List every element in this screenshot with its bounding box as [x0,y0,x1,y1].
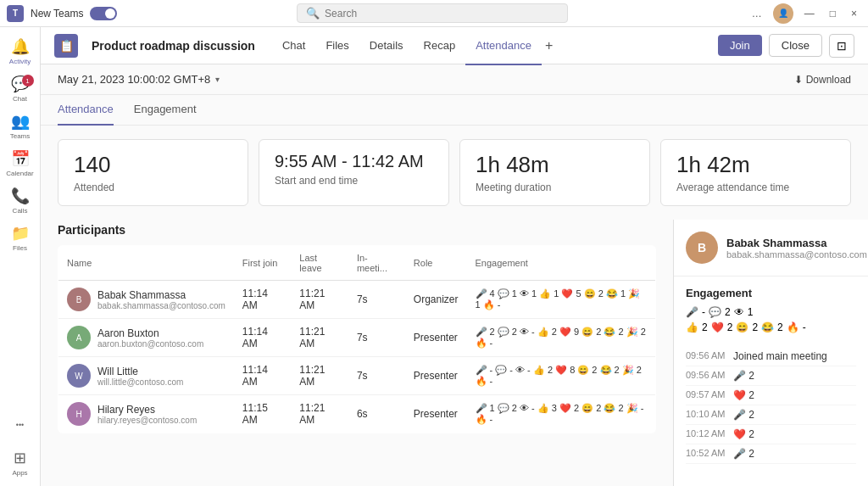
role: Presenter [405,319,467,357]
tab-engagement[interactable]: Engagement [134,95,197,126]
title-bar-left: T New Teams [7,5,117,22]
timeline-item: 09:56 AM Joined main meeting [686,347,856,366]
timeline-time: 09:56 AM [686,370,726,380]
participant-email: hilary.reyes@contoso.com [97,416,197,425]
add-tab-button[interactable]: + [542,38,556,53]
last-leave: 11:21 AM [291,281,348,319]
participants-title: Participants [58,220,656,237]
col-engagement: Engagement [467,246,656,281]
stat-avg-attendance: 1h 42m Average attendance time [660,139,851,206]
rp-info: Babak Shammassa babak.shammassa@contoso.… [726,237,867,260]
close-window-button[interactable]: × [847,6,861,21]
timeline-event: 🎤 2 [733,409,754,421]
files-icon: 📁 [11,224,30,243]
timeline-time: 09:56 AM [686,350,726,360]
role: Organizer [405,281,467,319]
last-leave: 11:21 AM [291,357,348,395]
col-name: Name [58,246,234,281]
nav-item-details[interactable]: Details [359,28,414,65]
time-range-label: Start and end time [275,175,433,187]
participants-main: Participants Name First join Last leave … [41,220,673,486]
sidebar-item-apps[interactable]: ⊞ Apps [3,445,37,479]
tab-attendance[interactable]: Attendance [58,95,114,126]
download-button[interactable]: ⬇ Download [794,74,851,86]
table-row[interactable]: A Aaron Buxton aaron.buxton@contoso.com … [58,319,656,357]
stat-attended: 140 Attended [58,139,248,206]
timeline-time: 10:52 AM [686,448,726,458]
teams-icon: 👥 [11,112,30,131]
dots-menu-button[interactable]: … [748,6,766,21]
participant-name-cell: H Hilary Reyes hilary.reyes@contoso.com [67,402,225,426]
emoji-fire: 🔥 [787,321,799,333]
maximize-button[interactable]: □ [826,6,840,21]
stat-time-range: 9:55 AM - 11:42 AM Start and end time [259,139,449,206]
new-teams-toggle[interactable] [90,7,117,20]
right-panel: B Babak Shammassa babak.shammassa@contos… [673,220,868,486]
participant-name: Babak Shammassa [97,289,225,301]
sidebar-item-teams[interactable]: 👥 Teams [3,109,37,142]
user-avatar[interactable]: 👤 [773,3,793,24]
avg-attendance-number: 1h 42m [676,152,835,178]
nav-item-files[interactable]: Files [315,28,359,65]
timeline-time: 10:12 AM [686,428,726,439]
timeline-item: 10:10 AM 🎤 2 [686,405,856,425]
participant-name: Aaron Buxton [97,327,203,339]
nav-item-chat[interactable]: Chat [272,28,315,65]
share-button[interactable]: ⊡ [829,34,854,58]
table-row[interactable]: H Hilary Reyes hilary.reyes@contoso.com … [58,395,656,433]
nav-item-recap[interactable]: Recap [414,28,466,65]
emoji-eye: 👁 [734,306,744,318]
content-area: 📋 Product roadmap discussion Chat Files … [41,27,868,486]
meeting-nav: Chat Files Details Recap Attendance + [272,27,556,64]
date-row: May 21, 2023 10:00:02 GMT+8 ▾ ⬇ Download [41,64,868,95]
app-title: New Teams [31,8,83,20]
table-row[interactable]: B Babak Shammassa babak.shammassa@contos… [58,281,656,319]
sidebar-more[interactable]: ••• [3,408,37,442]
avg-attendance-label: Average attendance time [676,182,835,193]
sidebar-item-chat[interactable]: 💬 Chat 1 [3,71,37,105]
emoji-mic: 🎤 [686,306,698,318]
sidebar-item-calls[interactable]: 📞 Calls [3,183,37,217]
sidebar-label-calendar: Calendar [6,170,33,177]
participant-name-cell: W Will Little will.little@contoso.com [67,364,225,388]
participant-avatar: W [67,364,91,388]
sidebar-item-calendar[interactable]: 📅 Calendar [3,146,37,180]
sidebar-label-chat: Chat [13,95,27,103]
sidebar-item-files[interactable]: 📁 Files [3,221,37,254]
rp-emoji-row-1: 🎤 - 💬 2 👁 1 [686,306,856,318]
timeline-event: ❤️ 2 [733,428,754,440]
table-row[interactable]: W Will Little will.little@contoso.com 11… [58,357,656,395]
emoji-thumbs: 👍 [686,321,698,333]
rp-engagement: Engagement 🎤 - 💬 2 👁 1 👍 2 ❤️ 2 [674,277,868,347]
first-join: 11:15 AM [234,395,292,433]
participant-avatar: A [67,326,91,349]
main-layout: 🔔 Activity 💬 Chat 1 👥 Teams 📅 Calendar 📞… [0,27,868,486]
participant-email: babak.shammassa@contoso.com [97,301,225,310]
close-meeting-button[interactable]: Close [769,34,822,57]
in-meeting: 7s [348,357,405,395]
rp-engagement-title: Engagement [686,287,856,299]
nav-item-attendance[interactable]: Attendance [465,28,542,65]
tabs-row: Attendance Engagement [41,95,868,126]
col-last-leave: Last leave [291,246,348,281]
attended-label: Attended [74,182,232,193]
timeline-item: 10:52 AM 🎤 2 [686,444,856,464]
first-join: 11:14 AM [234,319,292,357]
emoji-chat: 💬 [709,306,721,318]
in-meeting: 6s [348,395,405,433]
minimize-button[interactable]: — [800,6,819,21]
search-container[interactable]: 🔍 [297,3,568,23]
sidebar-item-activity[interactable]: 🔔 Activity [3,34,37,68]
sidebar-label-calls: Calls [13,207,28,215]
teams-app-icon: T [7,5,24,22]
date-chevron-icon[interactable]: ▾ [215,75,220,84]
join-button[interactable]: Join [718,35,762,56]
last-leave: 11:21 AM [291,395,348,433]
participants-section: Participants Name First join Last leave … [41,220,868,486]
timeline-event: ❤️ 2 [733,389,754,401]
search-input[interactable] [325,8,559,20]
right-panel-header: B Babak Shammassa babak.shammassa@contos… [674,220,868,277]
in-meeting: 7s [348,319,405,357]
meeting-header: 📋 Product roadmap discussion Chat Files … [41,27,868,64]
time-range-number: 9:55 AM - 11:42 AM [275,152,433,171]
